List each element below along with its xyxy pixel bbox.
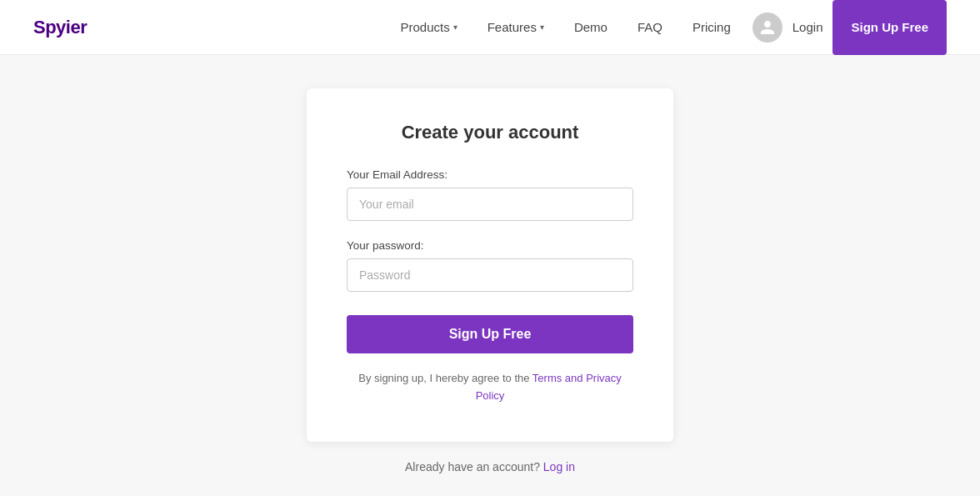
main-content: Create your account Your Email Address: … — [0, 55, 980, 496]
nav-link-pricing[interactable]: Pricing — [681, 13, 742, 41]
login-link[interactable]: Login — [792, 20, 823, 34]
below-card: Already have an account? Log in — [405, 460, 575, 473]
nav-item-faq[interactable]: FAQ — [626, 13, 674, 41]
password-form-group: Your password: — [347, 239, 633, 292]
nav-link-products[interactable]: Products ▾ — [388, 13, 468, 41]
chevron-down-icon: ▾ — [540, 23, 544, 32]
email-input[interactable] — [347, 188, 633, 221]
password-input[interactable] — [347, 258, 633, 292]
nav-item-products[interactable]: Products ▾ — [388, 13, 468, 41]
navbar: Spyier Products ▾ Features ▾ Demo FAQ Pr… — [0, 0, 980, 55]
user-avatar-icon — [752, 13, 782, 43]
signup-card: Create your account Your Email Address: … — [307, 88, 673, 442]
login-cta-link[interactable]: Log in — [543, 460, 575, 473]
nav-login-area: Login Sign Up Free — [752, 0, 947, 55]
email-form-group: Your Email Address: — [347, 168, 633, 221]
nav-link-faq[interactable]: FAQ — [626, 13, 674, 41]
brand-logo[interactable]: Spyier — [33, 17, 87, 38]
nav-links: Products ▾ Features ▾ Demo FAQ Pricing — [388, 13, 742, 41]
nav-item-demo[interactable]: Demo — [562, 13, 619, 41]
chevron-down-icon: ▾ — [453, 23, 458, 32]
nav-item-pricing[interactable]: Pricing — [681, 13, 742, 41]
password-label: Your password: — [347, 239, 633, 252]
nav-link-features[interactable]: Features ▾ — [476, 13, 556, 41]
nav-item-features[interactable]: Features ▾ — [476, 13, 556, 41]
nav-link-demo[interactable]: Demo — [562, 13, 619, 41]
card-title: Create your account — [347, 122, 633, 143]
signup-button-main[interactable]: Sign Up Free — [347, 315, 633, 353]
email-label: Your Email Address: — [347, 168, 633, 181]
terms-text: By signing up, I hereby agree to the Ter… — [347, 370, 633, 405]
signup-button-nav[interactable]: Sign Up Free — [832, 0, 947, 55]
